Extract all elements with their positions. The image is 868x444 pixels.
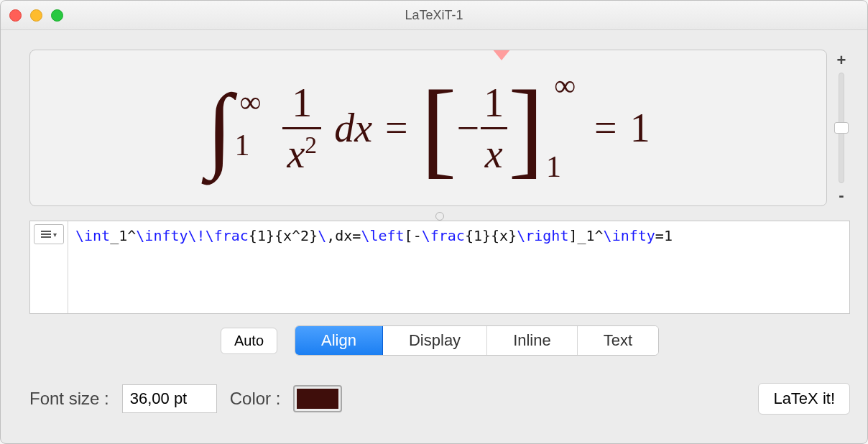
latex-source-input[interactable]: \int_1^\infty\!\frac{1}{x^2}\,dx=\left[-… (68, 221, 849, 313)
fraction-2-den: x (481, 127, 507, 177)
render-preview[interactable]: ∫ ∞ 1 1 x2 dx = [ − (29, 50, 827, 206)
mode-tab-text[interactable]: Text (578, 326, 658, 355)
zoom-slider[interactable]: + - (833, 50, 850, 206)
bracket-group: [ − 1 x ] ∞ 1 (421, 80, 545, 177)
mode-tab-inline[interactable]: Inline (487, 326, 578, 355)
footer-controls: Font size : Color : LaTeX it! (29, 383, 850, 415)
chevron-down-icon: ▾ (53, 231, 57, 239)
zoom-icon[interactable] (51, 9, 63, 22)
color-swatch-button[interactable] (293, 385, 342, 412)
source-editor: ▾ \int_1^\infty\!\frac{1}{x^2}\,dx=\left… (29, 221, 850, 314)
color-label: Color : (230, 389, 281, 409)
mode-tab-align[interactable]: Align (295, 326, 383, 355)
rendered-formula: ∫ ∞ 1 1 x2 dx = [ − (206, 80, 650, 177)
equals-1: = (385, 105, 408, 151)
integral-upper: ∞ (240, 85, 262, 119)
minimize-icon[interactable] (30, 9, 42, 22)
dx-label: dx (334, 105, 372, 151)
window: LaTeXiT-1 ∫ ∞ 1 1 x2 (0, 0, 868, 444)
splitter-grip-icon[interactable] (435, 212, 444, 221)
zoom-track[interactable] (839, 73, 844, 183)
integral-icon: ∫ (206, 75, 232, 180)
bracket-upper: ∞ (554, 68, 576, 103)
integral-lower: 1 (234, 128, 249, 162)
snippets-menu-button[interactable]: ▾ (34, 224, 64, 244)
editor-gutter: ▾ (30, 221, 68, 313)
pane-splitter[interactable] (29, 206, 850, 221)
mode-tab-display[interactable]: Display (383, 326, 487, 355)
fontsize-input[interactable] (122, 384, 217, 413)
color-swatch-preview (297, 389, 338, 409)
zoom-thumb[interactable] (834, 122, 849, 134)
auto-button[interactable]: Auto (221, 328, 277, 354)
result-value: 1 (630, 105, 650, 151)
left-bracket-icon: [ (421, 85, 457, 171)
fontsize-label: Font size : (29, 389, 109, 409)
fraction-1-num: 1 (287, 80, 316, 127)
mode-row: Auto AlignDisplayInlineText (29, 325, 850, 356)
close-icon[interactable] (9, 9, 22, 22)
fraction-1: 1 x2 (282, 80, 321, 177)
window-title: LaTeXiT-1 (1, 8, 867, 23)
mode-segmented-control: AlignDisplayInlineText (295, 325, 659, 356)
titlebar: LaTeXiT-1 (1, 1, 867, 30)
content-area: ∫ ∞ 1 1 x2 dx = [ − (1, 29, 867, 443)
svg-marker-0 (492, 50, 511, 60)
fraction-2: 1 x (479, 80, 508, 177)
right-bracket-icon: ] (508, 85, 544, 171)
fraction-2-num: 1 (479, 80, 508, 127)
latex-it-button[interactable]: LaTeX it! (758, 383, 850, 415)
window-controls (9, 9, 63, 22)
zoom-in-icon[interactable]: + (837, 51, 846, 70)
fraction-1-den: x2 (282, 127, 321, 177)
baseline-marker-icon (492, 50, 511, 62)
equals-2: = (594, 105, 617, 151)
hamburger-icon (41, 229, 51, 239)
zoom-out-icon[interactable]: - (839, 186, 844, 205)
minus-sign: − (457, 105, 480, 151)
bracket-lower: 1 (546, 149, 561, 184)
